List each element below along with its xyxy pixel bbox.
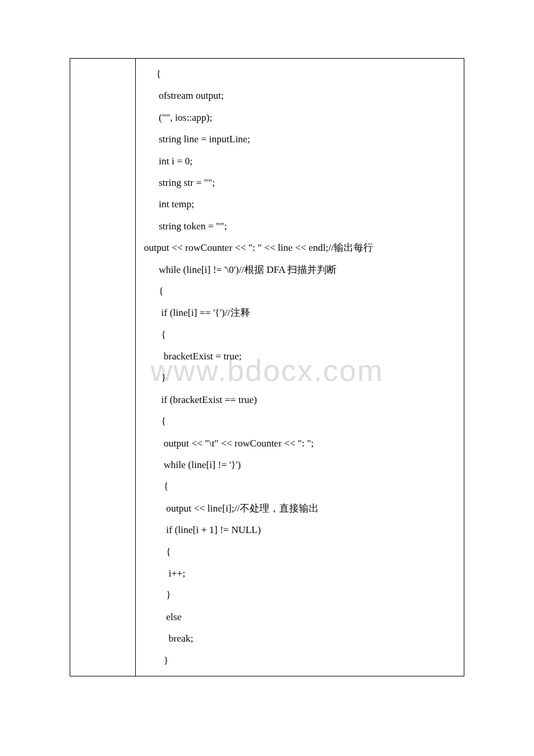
document-page: www.bdocx.com { ofstream output; ("", io… — [0, 0, 534, 756]
code-table: { ofstream output; ("", ios::app); strin… — [70, 58, 464, 676]
code-line: { — [144, 411, 456, 432]
code-line: while (line[i] != '\0')//根据 DFA 扫描并判断 — [144, 259, 456, 280]
code-line: string token = ""; — [144, 215, 456, 237]
code-line: { — [144, 280, 456, 302]
code-line: else — [144, 606, 456, 628]
code-line: int temp; — [144, 193, 456, 215]
left-column — [70, 59, 136, 676]
code-line: ofstream output; — [144, 85, 456, 106]
code-line: output << rowCounter << ": " << line << … — [144, 237, 456, 258]
code-line: output << "\t" << rowCounter << ": "; — [144, 433, 456, 454]
code-line: { — [144, 63, 456, 85]
code-line: } — [144, 584, 456, 606]
table-row: { ofstream output; ("", ios::app); strin… — [70, 59, 464, 676]
code-line: { — [144, 324, 456, 345]
code-line: break; — [144, 628, 456, 649]
code-line: int i = 0; — [144, 150, 456, 172]
code-line: bracketExist = true; — [144, 345, 456, 367]
code-line: if (line[i + 1] != NULL) — [144, 519, 456, 541]
code-line: i++; — [144, 563, 456, 584]
code-line: while (line[i] != '}') — [144, 454, 456, 476]
code-line: { — [144, 541, 456, 563]
code-line: if (bracketExist == true) — [144, 389, 456, 411]
code-line: ("", ios::app); — [144, 107, 456, 128]
code-line: } — [144, 367, 456, 388]
code-line: if (line[i] == '{')//注释 — [144, 302, 456, 323]
code-line: string str = ""; — [144, 172, 456, 193]
code-line: string line = inputLine; — [144, 128, 456, 150]
content-area: { ofstream output; ("", ios::app); strin… — [70, 58, 464, 676]
code-line: } — [144, 650, 456, 671]
code-line: output << line[i];//不处理，直接输出 — [144, 498, 456, 519]
code-cell: { ofstream output; ("", ios::app); strin… — [136, 59, 464, 676]
code-line: { — [144, 476, 456, 497]
